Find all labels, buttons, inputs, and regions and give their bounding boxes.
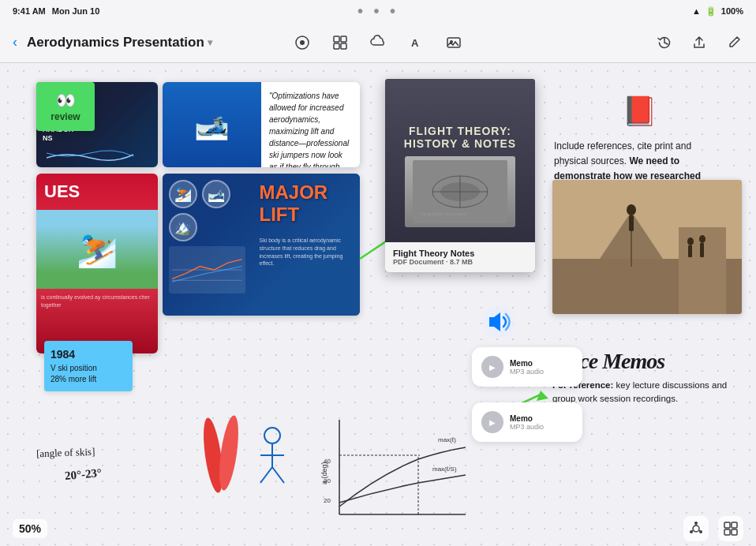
toolbar-grid-icon[interactable] <box>327 30 353 55</box>
svg-rect-33 <box>700 243 704 257</box>
svg-line-58 <box>699 530 700 531</box>
title-chevron-icon[interactable]: ▾ <box>208 37 212 48</box>
svg-point-1 <box>300 40 305 45</box>
svg-marker-12 <box>537 391 548 401</box>
sticky-review-note[interactable]: 👀 review <box>36 82 95 131</box>
svg-text:hang glider illustration: hang glider illustration <box>421 211 466 216</box>
svg-text:A: A <box>411 37 419 49</box>
memo-card-1[interactable]: ▶ Memo MP3 audio <box>472 347 582 387</box>
svg-line-59 <box>692 530 693 531</box>
toolbar-history-icon[interactable] <box>652 30 677 55</box>
memo-type-1: MP3 audio <box>510 368 544 376</box>
svg-line-42 <box>272 467 284 483</box>
ski-illustration <box>158 412 316 499</box>
book-icon: 📕 <box>554 88 724 134</box>
memo-type-2: MP3 audio <box>510 423 544 431</box>
slide-major-lift[interactable]: ⛷️ 🎿 🏔️ MAJOR LIFT <box>163 174 360 316</box>
svg-rect-2 <box>334 36 339 42</box>
svg-point-38 <box>264 428 280 443</box>
book-title: FLIGHT THEORY:HISTORY & NOTES <box>404 125 516 150</box>
battery-icon: 🔋 <box>705 6 717 17</box>
status-date: Mon Jun 10 <box>52 6 100 16</box>
svg-point-28 <box>627 204 636 215</box>
svg-line-41 <box>260 467 272 483</box>
review-eyes-icon: 👀 <box>56 91 76 110</box>
svg-text:max(ℓ): max(ℓ) <box>438 436 456 443</box>
svg-rect-31 <box>688 245 692 257</box>
toolbar-cloud-icon[interactable] <box>365 30 391 55</box>
slide4-heading: MAJOR LIFT <box>252 174 361 234</box>
handwriting-degrees-label: 20°-23° <box>64 466 102 483</box>
bottom-toolbar: 50% <box>0 511 756 546</box>
memo-name-1: Memo <box>510 359 544 368</box>
svg-rect-62 <box>724 529 730 535</box>
zoom-level[interactable]: 50% <box>13 519 47 538</box>
info-position: V ski position <box>51 363 126 374</box>
wifi-icon: ▲ <box>692 6 701 16</box>
svg-rect-3 <box>341 36 346 42</box>
audio-speaker-icon <box>481 305 516 346</box>
svg-point-32 <box>699 235 705 243</box>
svg-point-30 <box>687 237 694 245</box>
slide-quote-text: "Optimizations have allowed for increase… <box>269 92 349 167</box>
svg-rect-5 <box>341 43 346 49</box>
svg-rect-61 <box>732 522 737 528</box>
svg-text:40: 40 <box>324 458 331 465</box>
back-button[interactable]: ‹ <box>9 31 21 54</box>
slide4-body: Ski body is a critical aerodynamic struc… <box>252 234 361 271</box>
document-title: Aerodynamics Presentation ▾ <box>27 35 212 50</box>
memo-play-button-2[interactable]: ▶ <box>481 411 503 433</box>
svg-rect-4 <box>334 43 339 49</box>
svg-point-53 <box>693 525 699 532</box>
svg-rect-60 <box>724 522 730 528</box>
memo-card-2[interactable]: ▶ Memo MP3 audio <box>472 402 582 442</box>
title-text: Aerodynamics Presentation <box>27 35 204 50</box>
toolbar-edit-icon[interactable] <box>721 30 747 55</box>
flight-theory-book[interactable]: FLIGHT THEORY:HISTORY & NOTES hang glide… <box>385 79 535 272</box>
book-file-meta: PDF Document · 8.7 MB <box>393 258 527 266</box>
svg-text:max(ℓ/S): max(ℓ/S) <box>432 466 457 473</box>
voice-memos-description: For reference: key lecture discussions a… <box>552 379 742 406</box>
battery-percent: 100% <box>721 6 743 16</box>
canvas-area[interactable]: 👀 review NS DYNAMICS N SKIS TANCE ARADOX… <box>0 63 756 546</box>
book-image: hang glider illustration <box>405 156 515 227</box>
toolbar-text-icon[interactable]: A <box>403 30 429 55</box>
book-file-label: Flight Theory Notes PDF Document · 8.7 M… <box>385 242 535 272</box>
status-dots: • • • <box>357 0 399 22</box>
memo-name-2: Memo <box>510 414 544 423</box>
toolbar: ‹ Aerodynamics Presentation ▾ A <box>0 22 756 63</box>
bottom-share-icon[interactable] <box>683 516 709 541</box>
bottom-grid-icon[interactable] <box>718 516 743 541</box>
toolbar-image-icon[interactable] <box>441 30 466 55</box>
memo-play-button-1[interactable]: ▶ <box>481 356 503 378</box>
svg-text:20: 20 <box>324 497 331 504</box>
info-sticky-1984[interactable]: 1984 V ski position 28% more lift <box>44 341 133 391</box>
toolbar-share-icon[interactable] <box>687 30 712 55</box>
historical-photo[interactable] <box>552 180 742 314</box>
slide-issues[interactable]: UES ⛷️ is continually evolved ay circums… <box>36 174 158 353</box>
svg-text:30: 30 <box>324 477 331 484</box>
book-file-name: Flight Theory Notes <box>393 249 527 258</box>
info-lift: 28% more lift <box>51 374 126 385</box>
issues-body: is continually evolved ay circumstances … <box>36 289 158 314</box>
sticky-review-label: review <box>51 111 80 122</box>
svg-rect-63 <box>732 529 737 535</box>
handwriting-angle-label: [angle of skis] <box>36 446 95 461</box>
status-time: 9:41 AM <box>13 6 46 16</box>
svg-rect-29 <box>629 215 634 231</box>
svg-point-54 <box>694 522 698 525</box>
toolbar-pen-icon[interactable] <box>290 30 315 55</box>
status-bar: 9:41 AM Mon Jun 10 • • • ▲ 🔋 100% <box>0 0 756 22</box>
slide-quote[interactable]: 🎿 "Optimizations have allowed for increa… <box>163 82 360 167</box>
